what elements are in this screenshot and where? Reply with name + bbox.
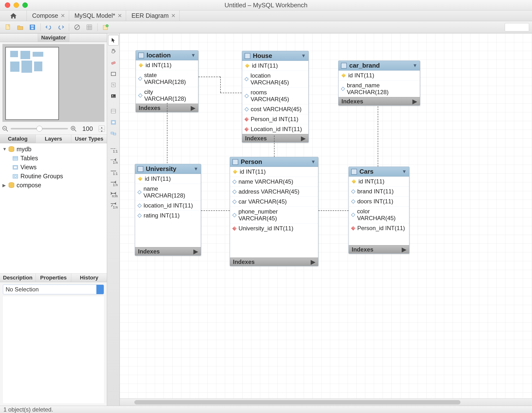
selection-dropdown[interactable]: No Selection <box>3 285 104 294</box>
chevron-down-icon[interactable]: ▼ <box>301 53 306 59</box>
tab-catalog[interactable]: Catalog <box>0 135 36 143</box>
column-row[interactable]: car VARCHAR(45) <box>230 197 318 206</box>
indexes-section[interactable]: Indexes▶ <box>230 258 318 266</box>
tool-image[interactable] <box>108 91 119 102</box>
column-row[interactable]: id INT(11) <box>349 177 409 186</box>
zoom-out-icon[interactable] <box>2 125 8 132</box>
column-row[interactable]: phone_number VARCHAR(45) <box>230 206 318 223</box>
undo-button[interactable] <box>44 23 54 32</box>
tool-rel-place[interactable]: 1:n <box>108 199 119 210</box>
disclosure-triangle-icon[interactable]: ▶ <box>2 183 6 188</box>
open-file-button[interactable] <box>15 23 25 32</box>
zoom-in-icon[interactable] <box>70 125 77 132</box>
tab-user-types[interactable]: User Types <box>71 135 107 143</box>
tab-description[interactable]: Description <box>0 274 36 282</box>
rel-university-person[interactable] <box>201 210 230 211</box>
column-row[interactable]: location_id INT(11) <box>135 200 201 210</box>
rel-house-person[interactable] <box>274 135 275 157</box>
tab-history[interactable]: History <box>71 274 107 282</box>
tool-pointer[interactable] <box>108 35 119 46</box>
zoom-stepper[interactable]: ▴▾ <box>99 125 105 132</box>
column-row[interactable]: Person_id INT(11) <box>349 223 409 233</box>
indexes-section[interactable]: Indexes▶ <box>242 134 308 142</box>
tree-db-compose[interactable]: ▶ compose <box>2 181 104 190</box>
close-icon[interactable]: ✕ <box>118 13 122 19</box>
column-row[interactable]: id INT(11) <box>242 61 308 71</box>
tool-rel-1-1-nonid[interactable]: 1:1 <box>108 143 119 154</box>
tool-eraser[interactable] <box>108 57 119 68</box>
validate-button[interactable] <box>72 23 82 32</box>
column-row[interactable]: location VARCHAR(45) <box>242 71 308 87</box>
diagram-minimap[interactable] <box>0 42 107 123</box>
column-row[interactable]: University_id INT(11) <box>230 223 318 233</box>
entity-car-brand[interactable]: car_brand▼ id INT(11) brand_name VARCHAR… <box>338 61 420 105</box>
tool-rel-1-1-id[interactable]: 1:1 <box>108 166 119 176</box>
column-row[interactable]: name VARCHAR(128) <box>135 184 201 200</box>
chevron-down-icon[interactable]: ▼ <box>402 169 407 174</box>
column-row[interactable]: id INT(11) <box>339 71 420 80</box>
indexes-section[interactable]: Indexes▶ <box>135 247 201 255</box>
tree-item-tables[interactable]: Tables <box>2 154 104 163</box>
tool-view[interactable] <box>108 117 119 128</box>
diagram-canvas[interactable]: location▼ id INT(11) state VARCHAR(128) … <box>120 33 532 406</box>
tree-db-mydb[interactable]: ▼ mydb <box>2 145 104 154</box>
tree-item-routine-groups[interactable]: Routine Groups <box>2 172 104 181</box>
new-file-button[interactable] <box>3 23 13 32</box>
tab-layers[interactable]: Layers <box>36 135 71 143</box>
new-diagram-button[interactable]: + <box>101 23 111 32</box>
save-button[interactable] <box>27 23 38 32</box>
zoom-window-button[interactable] <box>22 2 28 8</box>
entity-person[interactable]: Person▼ id INT(11) name VARCHAR(45) addr… <box>230 157 318 266</box>
column-row[interactable]: rating INT(11) <box>135 210 201 220</box>
tab-properties[interactable]: Properties <box>36 274 71 282</box>
indexes-section[interactable]: Indexes▶ <box>349 245 409 253</box>
entity-cars[interactable]: Cars▼ id INT(11) brand INT(11) doors INT… <box>349 167 409 254</box>
close-icon[interactable]: ✕ <box>61 13 65 19</box>
tab-mysql-model[interactable]: MySQL Model* ✕ <box>69 10 126 21</box>
tree-item-views[interactable]: Views <box>2 163 104 172</box>
column-row[interactable]: brand INT(11) <box>349 186 409 196</box>
column-row[interactable]: state VARCHAR(128) <box>136 70 198 87</box>
tool-rel-1-n-nonid[interactable]: 1:n <box>108 154 119 165</box>
disclosure-triangle-icon[interactable]: ▼ <box>2 147 6 152</box>
column-row[interactable]: name VARCHAR(45) <box>230 177 318 187</box>
column-row[interactable]: address VARCHAR(45) <box>230 187 318 197</box>
rel-location-house[interactable] <box>198 77 220 77</box>
tool-region[interactable] <box>108 68 119 79</box>
catalog-tree[interactable]: ▼ mydb Tables Views Routine Groups ▶ com… <box>0 143 107 273</box>
column-row[interactable]: id INT(11) <box>136 60 198 70</box>
entity-university[interactable]: University▼ id INT(11) name VARCHAR(128)… <box>135 164 201 256</box>
tool-rel-1-n-id[interactable]: 1:n <box>108 177 119 188</box>
column-row[interactable]: id INT(11) <box>135 174 201 184</box>
column-row[interactable]: cost VARCHAR(45) <box>242 104 308 114</box>
chevron-down-icon[interactable]: ▼ <box>191 53 196 58</box>
home-tab[interactable] <box>0 10 27 21</box>
rel-person-cars[interactable] <box>318 210 349 211</box>
entity-house[interactable]: House▼ id INT(11) location VARCHAR(45) r… <box>242 51 309 142</box>
canvas-horizontal-scrollbar[interactable] <box>120 398 532 406</box>
close-window-button[interactable] <box>5 2 10 8</box>
column-row[interactable]: doors INT(11) <box>349 196 409 206</box>
chevron-down-icon[interactable]: ▼ <box>412 63 417 68</box>
tool-table[interactable] <box>108 106 119 116</box>
column-row[interactable]: rooms VARCHAR(45) <box>242 87 308 104</box>
rel-location-university[interactable] <box>167 103 167 163</box>
chevron-down-icon[interactable]: ▼ <box>193 166 198 172</box>
grid-button[interactable] <box>84 23 95 32</box>
column-row[interactable]: Location_id INT(11) <box>242 124 308 134</box>
column-row[interactable]: Person_id INT(11) <box>242 114 308 124</box>
navigator-tab[interactable]: Navigator <box>38 34 69 42</box>
tool-rel-n-m[interactable]: n:m <box>108 188 119 199</box>
tool-note[interactable]: N <box>108 80 119 90</box>
tab-eer-diagram[interactable]: EER Diagram ✕ <box>126 10 180 21</box>
tool-hand[interactable] <box>108 46 119 57</box>
scrollbar-thumb[interactable] <box>134 400 460 404</box>
close-icon[interactable]: ✕ <box>171 13 175 19</box>
column-row[interactable]: brand_name VARCHAR(128) <box>339 80 420 97</box>
redo-button[interactable] <box>56 23 66 32</box>
rel-carbrand-cars[interactable] <box>378 106 378 167</box>
column-row[interactable]: id INT(11) <box>230 167 318 177</box>
indexes-section[interactable]: Indexes▶ <box>339 97 420 105</box>
column-row[interactable]: color VARCHAR(45) <box>349 206 409 223</box>
minimize-window-button[interactable] <box>14 2 19 8</box>
